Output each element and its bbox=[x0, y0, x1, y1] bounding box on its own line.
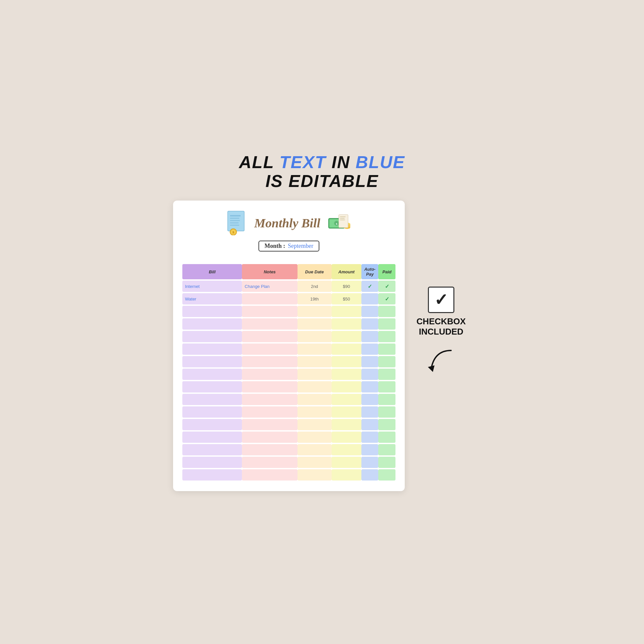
cell-due-date: 19th bbox=[298, 293, 332, 304]
main-heading: All TEXT in BLUE is EDITABLE bbox=[239, 153, 405, 191]
table-row bbox=[182, 394, 395, 405]
sidebar-note: ✓ CheckboxIncluded bbox=[411, 201, 471, 373]
cell-amount bbox=[332, 469, 361, 481]
cell-amount bbox=[332, 306, 361, 317]
cell-due-date: 2nd bbox=[298, 281, 332, 292]
cell-notes bbox=[242, 369, 297, 380]
table-row bbox=[182, 457, 395, 468]
cell-notes bbox=[242, 419, 297, 430]
svg-rect-2 bbox=[230, 218, 239, 219]
paid-checkmark: ✓ bbox=[385, 284, 389, 289]
cell-auto-pay bbox=[361, 406, 379, 418]
cell-notes bbox=[242, 344, 297, 355]
cell-bill bbox=[182, 381, 242, 392]
month-value: September bbox=[288, 243, 313, 250]
checkbox-illustration: ✓ bbox=[428, 287, 454, 313]
cell-notes bbox=[242, 394, 297, 405]
cell-notes bbox=[242, 381, 297, 392]
cell-bill bbox=[182, 469, 242, 481]
cell-auto-pay bbox=[361, 419, 379, 430]
month-badge: Month : September bbox=[258, 241, 319, 252]
table-row: Water19th$50✓ bbox=[182, 293, 395, 304]
cell-notes bbox=[242, 406, 297, 418]
cell-paid bbox=[378, 444, 395, 455]
cell-bill bbox=[182, 432, 242, 443]
checkbox-checkmark: ✓ bbox=[434, 292, 448, 308]
cell-bill bbox=[182, 457, 242, 468]
cell-paid bbox=[378, 381, 395, 392]
cell-auto-pay bbox=[361, 444, 379, 455]
cell-auto-pay bbox=[361, 381, 379, 392]
header-amount: Amount bbox=[332, 264, 361, 279]
cell-auto-pay bbox=[361, 331, 379, 342]
receipt-icon: $ bbox=[226, 210, 248, 235]
heading-blue: BLUE bbox=[355, 153, 405, 172]
cell-due-date bbox=[298, 444, 332, 455]
cell-auto-pay bbox=[361, 432, 379, 443]
cell-amount bbox=[332, 394, 361, 405]
cell-paid bbox=[378, 356, 395, 367]
cell-notes bbox=[242, 356, 297, 367]
cell-amount bbox=[332, 432, 361, 443]
cell-paid bbox=[378, 406, 395, 418]
outer-container: All TEXT in BLUE is EDITABLE bbox=[173, 153, 471, 491]
cell-paid bbox=[378, 469, 395, 481]
svg-rect-22 bbox=[340, 220, 345, 220]
cell-auto-pay bbox=[361, 469, 379, 481]
heading-text: TEXT bbox=[280, 153, 326, 172]
cell-due-date bbox=[298, 381, 332, 392]
header-due-date: Due Date bbox=[298, 264, 332, 279]
cell-paid: ✓ bbox=[378, 281, 395, 292]
svg-text:$: $ bbox=[233, 231, 234, 234]
cell-due-date bbox=[298, 432, 332, 443]
cell-auto-pay bbox=[361, 394, 379, 405]
svg-rect-3 bbox=[230, 220, 240, 221]
cell-notes bbox=[242, 331, 297, 342]
svg-rect-20 bbox=[340, 216, 345, 217]
cell-paid bbox=[378, 394, 395, 405]
svg-rect-1 bbox=[230, 215, 241, 216]
cell-due-date bbox=[298, 369, 332, 380]
doc-header: $ Monthly Bill $ bbox=[182, 210, 395, 235]
cell-bill bbox=[182, 344, 242, 355]
cell-amount bbox=[332, 318, 361, 330]
cell-bill bbox=[182, 306, 242, 317]
cell-bill: Water bbox=[182, 293, 242, 304]
cell-amount bbox=[332, 331, 361, 342]
header-notes: Notes bbox=[242, 264, 297, 279]
cell-notes: Change Plan bbox=[242, 281, 297, 292]
svg-rect-4 bbox=[230, 222, 239, 223]
cell-paid bbox=[378, 318, 395, 330]
cell-amount bbox=[332, 344, 361, 355]
cell-due-date bbox=[298, 331, 332, 342]
cell-bill bbox=[182, 419, 242, 430]
document-card: $ Monthly Bill $ bbox=[173, 201, 405, 491]
cell-due-date bbox=[298, 394, 332, 405]
header-paid: Paid bbox=[378, 264, 395, 279]
cell-paid bbox=[378, 457, 395, 468]
cell-due-date bbox=[298, 469, 332, 481]
cell-bill bbox=[182, 356, 242, 367]
cell-auto-pay bbox=[361, 306, 379, 317]
svg-rect-21 bbox=[340, 218, 345, 219]
cell-notes bbox=[242, 318, 297, 330]
cell-amount: $90 bbox=[332, 281, 361, 292]
cell-due-date bbox=[298, 457, 332, 468]
cell-bill bbox=[182, 444, 242, 455]
cell-amount bbox=[332, 369, 361, 380]
bill-table: Bill Notes Due Date Amount Auto-Pay Paid… bbox=[182, 263, 395, 482]
table-row bbox=[182, 406, 395, 418]
cell-paid bbox=[378, 306, 395, 317]
cell-auto-pay bbox=[361, 293, 379, 304]
heading-in: in bbox=[326, 153, 356, 172]
cell-auto-pay bbox=[361, 356, 379, 367]
cell-paid bbox=[378, 331, 395, 342]
cell-amount bbox=[332, 419, 361, 430]
month-label: Month : bbox=[264, 243, 285, 250]
cell-paid bbox=[378, 344, 395, 355]
table-row bbox=[182, 331, 395, 342]
cell-due-date bbox=[298, 306, 332, 317]
table-row bbox=[182, 356, 395, 367]
cell-due-date bbox=[298, 419, 332, 430]
cell-amount bbox=[332, 356, 361, 367]
